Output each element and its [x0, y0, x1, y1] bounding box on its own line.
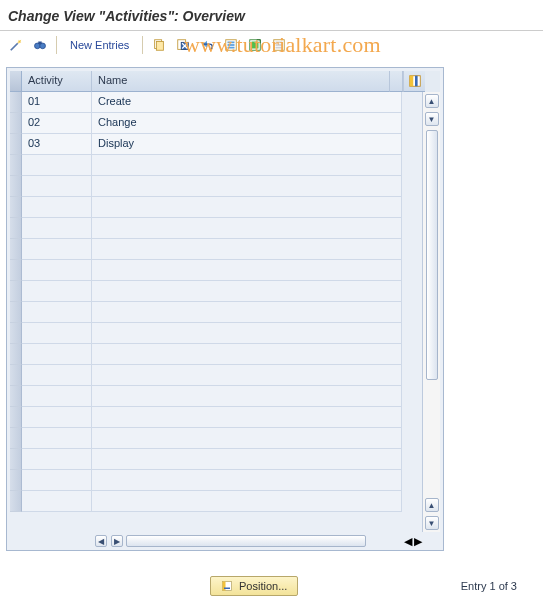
cell-name[interactable]	[92, 281, 402, 302]
row-selector[interactable]	[10, 92, 22, 113]
table-row	[10, 470, 422, 491]
toolbar-sep-1	[56, 36, 57, 54]
toolbar: New Entries www.tutorialkart.com	[0, 33, 543, 61]
row-selector[interactable]	[10, 449, 22, 470]
row-selector[interactable]	[10, 407, 22, 428]
cell-activity[interactable]	[22, 407, 92, 428]
table-row	[10, 155, 422, 176]
col-header-name[interactable]: Name	[92, 71, 390, 92]
cell-name[interactable]	[92, 155, 402, 176]
row-selector[interactable]	[10, 134, 22, 155]
vscroll-thumb[interactable]	[426, 130, 438, 380]
cell-name[interactable]	[92, 491, 402, 512]
position-button[interactable]: Position...	[210, 576, 298, 596]
row-selector[interactable]	[10, 197, 22, 218]
row-selector[interactable]	[10, 323, 22, 344]
row-selector[interactable]	[10, 155, 22, 176]
data-grid: Activity Name 01Create02Change03Display …	[6, 67, 444, 551]
cell-activity[interactable]	[22, 365, 92, 386]
cell-name[interactable]	[92, 302, 402, 323]
row-selector[interactable]	[10, 365, 22, 386]
cell-name[interactable]	[92, 239, 402, 260]
row-selector[interactable]	[10, 344, 22, 365]
cell-name[interactable]	[92, 218, 402, 239]
cell-name[interactable]	[92, 386, 402, 407]
cell-activity[interactable]	[22, 491, 92, 512]
row-selector[interactable]	[10, 491, 22, 512]
table-row	[10, 218, 422, 239]
cell-activity[interactable]	[22, 197, 92, 218]
grid-body: 01Create02Change03Display ▲ ▼ ▲ ▼	[10, 92, 440, 532]
cell-name[interactable]: Create	[92, 92, 402, 113]
cell-name[interactable]	[92, 176, 402, 197]
cell-activity[interactable]	[22, 344, 92, 365]
hscroll-left-step-button[interactable]: ◀	[404, 535, 412, 548]
row-selector-header[interactable]	[10, 71, 22, 92]
cell-activity[interactable]	[22, 323, 92, 344]
row-selector[interactable]	[10, 218, 22, 239]
cell-activity[interactable]	[22, 281, 92, 302]
cell-activity[interactable]	[22, 155, 92, 176]
cell-name[interactable]	[92, 407, 402, 428]
cell-name[interactable]: Display	[92, 134, 402, 155]
row-selector[interactable]	[10, 428, 22, 449]
cell-activity[interactable]: 02	[22, 113, 92, 134]
select-block-button[interactable]	[245, 35, 265, 55]
row-selector[interactable]	[10, 176, 22, 197]
cell-activity[interactable]	[22, 428, 92, 449]
scroll-up-button[interactable]: ▲	[425, 94, 439, 108]
delete-button[interactable]	[173, 35, 193, 55]
cell-name[interactable]	[92, 428, 402, 449]
select-all-button[interactable]	[221, 35, 241, 55]
cell-activity[interactable]: 01	[22, 92, 92, 113]
footer: Position... Entry 1 of 3	[0, 576, 543, 596]
row-selector[interactable]	[10, 302, 22, 323]
cell-name[interactable]	[92, 260, 402, 281]
row-selector[interactable]	[10, 470, 22, 491]
cell-name[interactable]	[92, 197, 402, 218]
cell-name[interactable]: Change	[92, 113, 402, 134]
deselect-all-button[interactable]	[269, 35, 289, 55]
other-view-button[interactable]	[6, 35, 26, 55]
copy-as-button[interactable]	[149, 35, 169, 55]
hscroll-left-button[interactable]: ◀	[95, 535, 107, 547]
row-selector[interactable]	[10, 239, 22, 260]
row-selector[interactable]	[10, 281, 22, 302]
cell-name[interactable]	[92, 449, 402, 470]
hscroll-thumb[interactable]	[126, 535, 366, 547]
cell-activity[interactable]	[22, 449, 92, 470]
cell-activity[interactable]: 03	[22, 134, 92, 155]
hscroll-right-step-button[interactable]: ▶	[111, 535, 123, 547]
cell-activity[interactable]	[22, 470, 92, 491]
cell-activity[interactable]	[22, 239, 92, 260]
cell-activity[interactable]	[22, 386, 92, 407]
col-header-activity[interactable]: Activity	[22, 71, 92, 92]
table-row	[10, 197, 422, 218]
table-row	[10, 176, 422, 197]
find-button[interactable]	[30, 35, 50, 55]
svg-rect-18	[409, 76, 413, 87]
table-settings-button[interactable]	[403, 71, 425, 92]
cell-name[interactable]	[92, 470, 402, 491]
scroll-down-step-button[interactable]: ▼	[425, 112, 439, 126]
cell-activity[interactable]	[22, 218, 92, 239]
row-selector[interactable]	[10, 386, 22, 407]
undo-change-button[interactable]	[197, 35, 217, 55]
horizontal-scrollbar[interactable]: ◀ ▶	[22, 535, 366, 547]
table-row	[10, 491, 422, 512]
vertical-scrollbar[interactable]: ▲ ▼ ▲ ▼	[422, 92, 440, 532]
grid-header-row: Activity Name	[10, 71, 440, 92]
row-selector[interactable]	[10, 260, 22, 281]
scroll-down-button[interactable]: ▼	[425, 516, 439, 530]
scroll-up-step-button[interactable]: ▲	[425, 498, 439, 512]
cell-name[interactable]	[92, 323, 402, 344]
cell-activity[interactable]	[22, 260, 92, 281]
row-selector[interactable]	[10, 113, 22, 134]
cell-activity[interactable]	[22, 302, 92, 323]
svg-rect-16	[276, 47, 283, 49]
new-entries-button[interactable]: New Entries	[63, 36, 136, 54]
cell-activity[interactable]	[22, 176, 92, 197]
cell-name[interactable]	[92, 365, 402, 386]
hscroll-right-button[interactable]: ▶	[414, 535, 422, 548]
cell-name[interactable]	[92, 344, 402, 365]
